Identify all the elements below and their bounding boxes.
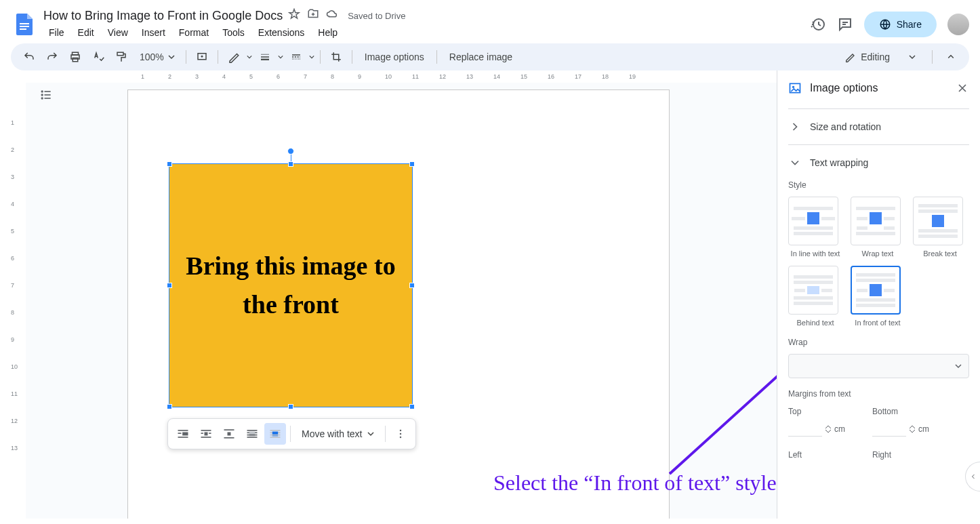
menu-tools[interactable]: Tools	[217, 24, 250, 41]
svg-rect-1	[20, 26, 29, 27]
style-break-label: Break text	[913, 249, 967, 258]
selected-image[interactable]: Bring this image to the front	[169, 163, 413, 407]
svg-rect-27	[201, 432, 203, 434]
image-content-text: Bring this image to the front	[169, 247, 412, 324]
section-size-rotation[interactable]: Size and rotation	[788, 120, 969, 134]
svg-point-50	[792, 86, 794, 88]
svg-rect-22	[178, 430, 188, 431]
svg-rect-25	[178, 437, 188, 438]
svg-rect-32	[228, 432, 231, 436]
share-button[interactable]: Share	[864, 12, 937, 37]
position-dropdown[interactable]: Move with text	[295, 424, 381, 443]
menu-help[interactable]: Help	[312, 24, 343, 41]
docs-logo-icon[interactable]	[11, 11, 38, 38]
svg-rect-34	[247, 430, 258, 431]
style-wrap-label: Wrap text	[851, 249, 905, 258]
menu-format[interactable]: Format	[173, 24, 214, 41]
move-to-folder-icon[interactable]	[307, 8, 319, 23]
spellcheck-button[interactable]	[88, 47, 108, 67]
style-inline-label: In line with text	[788, 249, 842, 258]
editing-mode-dropdown[interactable]: Editing	[836, 47, 924, 66]
svg-point-20	[41, 98, 43, 99]
svg-point-44	[400, 430, 402, 432]
svg-rect-8	[117, 52, 123, 56]
cloud-saved-icon[interactable]	[326, 8, 338, 23]
zoom-dropdown[interactable]: 100%	[134, 52, 180, 62]
rotate-handle[interactable]	[287, 148, 294, 155]
resize-handle-br[interactable]	[409, 404, 415, 409]
more-options-button[interactable]	[390, 423, 411, 445]
replace-image-button[interactable]: Replace image	[443, 47, 519, 66]
spinner-icon[interactable]	[825, 425, 832, 433]
break-text-button[interactable]	[218, 423, 240, 445]
section-size-label: Size and rotation	[810, 121, 881, 132]
menubar: File Edit View Insert Format Tools Exten…	[43, 24, 810, 41]
behind-text-button[interactable]	[241, 423, 263, 445]
collapse-toolbar-button[interactable]	[941, 47, 961, 67]
wrap-text-button[interactable]	[195, 423, 217, 445]
image-options-panel: Image options Size and rotation Text wra…	[777, 70, 980, 519]
style-break[interactable]	[913, 197, 963, 245]
margin-top-input[interactable]	[788, 422, 822, 437]
outline-toggle-button[interactable]	[34, 83, 58, 107]
svg-point-18	[41, 94, 43, 96]
menu-file[interactable]: File	[43, 24, 70, 41]
style-wrap[interactable]	[851, 197, 901, 245]
resize-handle-tm[interactable]	[288, 161, 293, 167]
svg-rect-39	[270, 430, 281, 431]
section-text-wrapping[interactable]: Text wrapping	[788, 156, 969, 169]
front-text-button[interactable]	[264, 423, 286, 445]
add-comment-button[interactable]	[192, 47, 212, 67]
section-wrap-label: Text wrapping	[810, 157, 868, 168]
undo-button[interactable]	[19, 47, 39, 67]
history-icon[interactable]	[810, 16, 826, 33]
margin-bottom-input[interactable]	[872, 422, 906, 437]
resize-handle-bm[interactable]	[288, 404, 293, 409]
border-weight-button[interactable]	[255, 47, 275, 67]
style-front[interactable]	[851, 266, 901, 315]
editing-label: Editing	[861, 52, 890, 62]
document-title[interactable]: How to Bring Image to Front in Google Do…	[43, 9, 283, 23]
resize-handle-ml[interactable]	[167, 283, 172, 288]
vertical-ruler: 1 2 3 4 5 6 7 8 9 10 11 12 13	[0, 70, 26, 519]
close-panel-button[interactable]	[956, 81, 969, 95]
share-label: Share	[897, 19, 922, 30]
image-floating-toolbar: Move with text	[167, 418, 416, 449]
resize-handle-bl[interactable]	[167, 404, 172, 409]
menu-edit[interactable]: Edit	[73, 24, 100, 41]
star-icon[interactable]	[288, 8, 300, 23]
menu-view[interactable]: View	[102, 24, 134, 41]
wrap-dropdown[interactable]	[788, 354, 969, 378]
panel-title: Image options	[810, 82, 947, 94]
resize-handle-tr[interactable]	[409, 161, 415, 167]
image-options-button[interactable]: Image options	[358, 47, 431, 66]
resize-handle-tl[interactable]	[167, 161, 172, 167]
svg-rect-43	[270, 437, 281, 438]
wrap-label: Wrap	[788, 338, 969, 347]
annotation-text: Select the “In front of text” style	[493, 469, 777, 498]
spinner-icon[interactable]	[909, 425, 916, 433]
margin-top-label: Top	[788, 407, 845, 416]
paint-format-button[interactable]	[111, 47, 131, 67]
comment-icon[interactable]	[837, 16, 853, 33]
style-front-label: In front of text	[851, 319, 905, 327]
user-avatar[interactable]	[947, 14, 969, 35]
print-button[interactable]	[65, 47, 85, 67]
saved-status: Saved to Drive	[348, 11, 405, 21]
document-page[interactable]: Bring this image to the front Move with …	[127, 89, 670, 519]
style-behind[interactable]	[788, 266, 838, 315]
svg-rect-30	[201, 437, 211, 438]
svg-line-48	[670, 311, 777, 474]
redo-button[interactable]	[42, 47, 62, 67]
zoom-value: 100%	[140, 52, 164, 62]
svg-rect-23	[178, 432, 182, 434]
menu-insert[interactable]: Insert	[136, 24, 171, 41]
border-dash-button[interactable]	[286, 47, 306, 67]
svg-rect-38	[247, 437, 258, 438]
menu-extensions[interactable]: Extensions	[253, 24, 310, 41]
border-color-button[interactable]	[224, 47, 244, 67]
resize-handle-mr[interactable]	[409, 283, 415, 288]
wrap-inline-button[interactable]	[172, 423, 194, 445]
crop-button[interactable]	[326, 47, 346, 67]
style-inline[interactable]	[788, 197, 838, 245]
